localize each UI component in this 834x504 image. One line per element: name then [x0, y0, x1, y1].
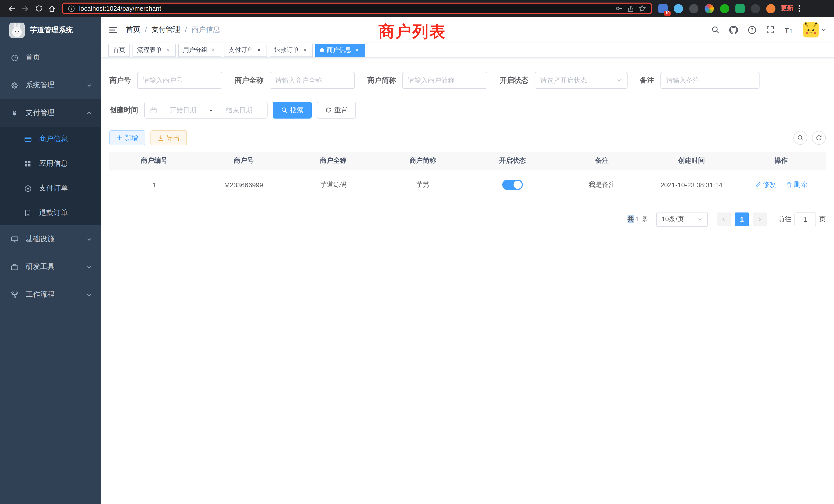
- sidebar-item-label: 商户信息: [39, 135, 68, 144]
- monitor-icon: [9, 235, 20, 243]
- tab-user-group[interactable]: 用户分组 ×: [178, 43, 221, 57]
- github-icon[interactable]: [729, 25, 738, 34]
- merchant-table: 商户编号 商户号 商户全称 商户简称 开启状态 备注 创建时间 操作 1: [109, 152, 826, 200]
- active-tab-dot: [320, 48, 324, 52]
- tab-close-icon[interactable]: ×: [256, 47, 262, 53]
- fullscreen-icon[interactable]: [766, 26, 774, 34]
- extension-icon-dark[interactable]: [689, 4, 698, 13]
- sidebar-item-label: 支付管理: [26, 108, 54, 117]
- remark-label: 备注: [640, 76, 660, 85]
- chevron-down-icon: [86, 292, 92, 297]
- font-size-icon[interactable]: TT: [784, 26, 793, 33]
- sidebar-item-dev-tools[interactable]: 研发工具: [0, 253, 101, 281]
- tab-close-icon[interactable]: ×: [164, 47, 171, 53]
- page-unit-label: 页: [819, 214, 826, 224]
- col-actions: 操作: [736, 152, 826, 170]
- tab-refund-order[interactable]: 退款订单 ×: [270, 43, 313, 57]
- sidebar-item-infrastructure[interactable]: 基础设施: [0, 225, 101, 253]
- password-key-icon[interactable]: [615, 5, 623, 12]
- col-status: 开启状态: [467, 152, 557, 170]
- delete-link[interactable]: 删除: [786, 180, 807, 189]
- tab-process-form[interactable]: 流程表单 ×: [132, 43, 176, 57]
- extension-icon-badge[interactable]: 10: [658, 4, 667, 13]
- browser-toolbar: localhost:1024/pay/merchant 10 更: [0, 0, 834, 17]
- calendar-icon: [150, 107, 157, 114]
- status-select[interactable]: [534, 72, 628, 89]
- sidebar-toggle-icon[interactable]: [109, 26, 117, 33]
- extension-icon-blue[interactable]: [674, 4, 683, 13]
- breadcrumb-payment[interactable]: 支付管理: [152, 25, 180, 35]
- goto-page-input[interactable]: [794, 212, 816, 226]
- sidebar-logo[interactable]: 芋道管理系统: [0, 17, 101, 44]
- sidebar-item-refund-order[interactable]: 退款订单: [0, 201, 101, 225]
- export-button[interactable]: 导出: [151, 130, 187, 145]
- top-navbar: 首页 / 支付管理 / 商户信息 ?: [101, 17, 834, 43]
- create-time-range-picker[interactable]: -: [144, 101, 267, 118]
- sidebar-item-payment[interactable]: ¥ 支付管理: [0, 99, 101, 127]
- full-name-label: 商户全称: [235, 76, 270, 85]
- browser-extensions: 10: [658, 4, 775, 13]
- sidebar-item-label: 工作流程: [26, 290, 54, 299]
- extension-icon-green-square[interactable]: [736, 4, 745, 13]
- tab-close-icon[interactable]: ×: [354, 47, 360, 53]
- remark-input[interactable]: [660, 72, 760, 89]
- reset-button[interactable]: 重置: [317, 101, 356, 118]
- col-full-name: 商户全称: [289, 152, 378, 170]
- search-button[interactable]: 搜索: [273, 101, 312, 118]
- refresh-table-button[interactable]: [812, 131, 826, 145]
- toggle-search-button[interactable]: [793, 131, 807, 145]
- tab-close-icon[interactable]: ×: [210, 47, 217, 53]
- browser-refresh-button[interactable]: [32, 2, 45, 15]
- bookmark-star-icon[interactable]: [638, 5, 646, 12]
- page-info-icon[interactable]: [68, 5, 75, 12]
- breadcrumb-home[interactable]: 首页: [126, 25, 140, 35]
- next-page-button[interactable]: [753, 212, 767, 226]
- tab-close-icon[interactable]: ×: [302, 47, 308, 53]
- sidebar-item-app-info[interactable]: 应用信息: [0, 152, 101, 176]
- short-name-label: 商户简称: [367, 76, 402, 85]
- help-icon[interactable]: ?: [748, 25, 756, 34]
- add-button[interactable]: 新增: [109, 130, 145, 145]
- browser-menu-icon[interactable]: [798, 5, 800, 12]
- svg-text:T: T: [785, 26, 789, 33]
- edit-link[interactable]: 修改: [755, 180, 776, 189]
- cell-merchant-no: M233666999: [199, 170, 289, 200]
- browser-back-button[interactable]: [5, 2, 19, 15]
- extension-icon-colorful[interactable]: [705, 4, 714, 13]
- logo-rabbit-icon: [9, 23, 25, 38]
- sidebar-item-system[interactable]: 系统管理: [0, 71, 101, 99]
- extension-badge: 10: [664, 10, 671, 16]
- share-icon[interactable]: [627, 5, 634, 12]
- extension-icon-green-circle[interactable]: [720, 4, 729, 13]
- short-name-input[interactable]: [402, 72, 487, 89]
- sidebar-item-workflow[interactable]: 工作流程: [0, 281, 101, 308]
- page-number-1[interactable]: 1: [735, 212, 749, 226]
- merchant-no-label: 商户号: [109, 76, 137, 85]
- header-search-icon[interactable]: [711, 26, 720, 34]
- screen: localhost:1024/pay/merchant 10 更: [0, 0, 834, 504]
- start-date-input: [160, 106, 206, 114]
- merchant-no-input[interactable]: [137, 72, 222, 89]
- user-avatar[interactable]: [803, 22, 826, 38]
- tab-pay-order[interactable]: 支付订单 ×: [224, 43, 267, 57]
- sidebar-item-home[interactable]: 首页: [0, 44, 101, 71]
- browser-update-button[interactable]: 更新: [781, 4, 793, 13]
- pagination: 共 1 条 10条/页 1: [109, 212, 826, 227]
- prev-page-button[interactable]: [717, 212, 731, 226]
- status-toggle[interactable]: [502, 180, 523, 190]
- browser-home-button[interactable]: [45, 2, 59, 15]
- extension-icon-knot[interactable]: [751, 4, 760, 13]
- order-circle-icon: [23, 184, 33, 192]
- full-name-input[interactable]: [270, 72, 355, 89]
- annotation-merchant-list: 商户列表: [378, 21, 446, 43]
- tab-home[interactable]: 首页: [108, 43, 130, 57]
- tab-merchant-info[interactable]: 商户信息 ×: [315, 43, 365, 57]
- address-bar[interactable]: localhost:1024/pay/merchant: [62, 3, 652, 14]
- cell-full-name: 芋道源码: [289, 170, 378, 200]
- sidebar-item-merchant-info[interactable]: 商户信息: [0, 127, 101, 152]
- tags-view-bar: 首页 流程表单 × 用户分组 × 支付订单 × 退款订单 ×: [101, 43, 834, 58]
- browser-forward-button[interactable]: [19, 2, 32, 15]
- browser-profile-avatar[interactable]: [766, 4, 775, 13]
- page-size-select[interactable]: 10条/页: [656, 212, 708, 227]
- sidebar-item-pay-order[interactable]: 支付订单: [0, 176, 101, 201]
